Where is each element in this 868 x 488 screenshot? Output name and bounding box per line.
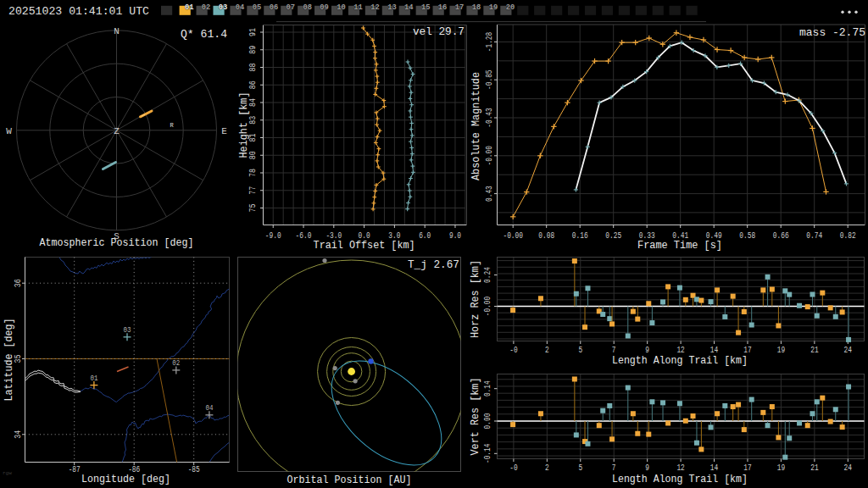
svg-text:0.43: 0.43 bbox=[484, 186, 494, 202]
svg-text:75: 75 bbox=[248, 204, 258, 213]
svg-text:-0.14: -0.14 bbox=[482, 443, 492, 463]
svg-text:10: 10 bbox=[337, 3, 346, 12]
svg-text:34: 34 bbox=[13, 430, 23, 438]
svg-text:Length Along Trail [km]: Length Along Trail [km] bbox=[612, 474, 748, 485]
svg-text:0.58: 0.58 bbox=[739, 230, 755, 241]
svg-text:Atmospheric Position [deg]: Atmospheric Position [deg] bbox=[40, 237, 194, 249]
svg-text:Vert Res [km]: Vert Res [km] bbox=[470, 378, 481, 456]
svg-text:Absolute Magnitude: Absolute Magnitude bbox=[470, 72, 482, 180]
svg-text:04: 04 bbox=[205, 404, 213, 413]
svg-text:E: E bbox=[221, 126, 227, 136]
svg-text:0.25: 0.25 bbox=[605, 230, 621, 241]
svg-text:-6.0: -6.0 bbox=[296, 230, 312, 241]
svg-text:36: 36 bbox=[13, 279, 23, 287]
svg-text:08: 08 bbox=[303, 3, 312, 12]
svg-text:-85: -85 bbox=[188, 464, 200, 474]
svg-text:Orbital Position [AU]: Orbital Position [AU] bbox=[287, 474, 412, 486]
svg-text:0.24: 0.24 bbox=[482, 267, 492, 283]
svg-text:Height [km]: Height [km] bbox=[238, 92, 250, 158]
svg-text:12: 12 bbox=[370, 3, 380, 12]
svg-text:0.00: 0.00 bbox=[482, 413, 492, 430]
svg-text:Q* 61.4: Q* 61.4 bbox=[181, 28, 227, 41]
svg-text:9.0: 9.0 bbox=[449, 230, 461, 241]
svg-text:W: W bbox=[6, 126, 12, 136]
svg-text:17: 17 bbox=[455, 3, 465, 12]
svg-text:Length Along Trail [km]: Length Along Trail [km] bbox=[612, 355, 748, 367]
svg-text:12: 12 bbox=[676, 463, 684, 473]
svg-text:0.74: 0.74 bbox=[806, 230, 822, 241]
svg-text:19: 19 bbox=[489, 3, 498, 12]
svg-text:07: 07 bbox=[287, 3, 296, 12]
svg-text:Horz Res [km]: Horz Res [km] bbox=[470, 260, 481, 338]
svg-text:Frame Time [s]: Frame Time [s] bbox=[637, 240, 722, 252]
svg-text:9: 9 bbox=[645, 345, 649, 355]
svg-text:0.16: 0.16 bbox=[572, 230, 588, 241]
svg-text:01: 01 bbox=[185, 3, 194, 12]
svg-text:01: 01 bbox=[90, 374, 97, 383]
svg-text:24: 24 bbox=[844, 463, 853, 473]
svg-text:5: 5 bbox=[578, 463, 582, 473]
svg-text:14: 14 bbox=[710, 345, 719, 355]
svg-text:-0.00: -0.00 bbox=[482, 297, 492, 317]
svg-text:89: 89 bbox=[248, 46, 258, 54]
svg-text:06: 06 bbox=[270, 3, 279, 12]
svg-text:78: 78 bbox=[248, 169, 258, 177]
svg-text:0.08: 0.08 bbox=[538, 230, 554, 241]
svg-text:-0.85: -0.85 bbox=[484, 69, 494, 90]
svg-text:-0.00: -0.00 bbox=[484, 146, 494, 166]
svg-text:-1.28: -1.28 bbox=[484, 32, 494, 53]
svg-text:9: 9 bbox=[645, 463, 649, 473]
svg-text:N: N bbox=[114, 26, 120, 36]
svg-text:7: 7 bbox=[612, 463, 616, 473]
svg-text:19: 19 bbox=[777, 463, 785, 473]
svg-text:21: 21 bbox=[810, 463, 819, 473]
svg-text:86: 86 bbox=[248, 80, 258, 89]
svg-text:-0.43: -0.43 bbox=[484, 108, 494, 128]
svg-text:19: 19 bbox=[777, 345, 785, 355]
svg-text:5: 5 bbox=[578, 345, 582, 355]
svg-text:09: 09 bbox=[320, 3, 329, 12]
svg-text:14: 14 bbox=[710, 463, 719, 473]
svg-text:vel 29.7: vel 29.7 bbox=[413, 25, 465, 38]
svg-text:0.82: 0.82 bbox=[840, 230, 856, 241]
svg-text:Z: Z bbox=[114, 126, 120, 136]
svg-text:24: 24 bbox=[844, 345, 853, 355]
svg-text:13: 13 bbox=[387, 3, 397, 12]
svg-text:Trail Offset [km]: Trail Offset [km] bbox=[314, 240, 415, 252]
svg-text:17: 17 bbox=[743, 463, 751, 473]
svg-text:05: 05 bbox=[253, 3, 262, 12]
svg-text:17: 17 bbox=[743, 345, 751, 355]
svg-text:mass -2.75: mass -2.75 bbox=[799, 26, 865, 39]
svg-text:2: 2 bbox=[545, 463, 549, 473]
svg-text:91: 91 bbox=[248, 28, 258, 36]
svg-text:02: 02 bbox=[202, 3, 211, 12]
svg-text:-87: -87 bbox=[69, 464, 81, 474]
svg-text:2: 2 bbox=[545, 345, 549, 355]
svg-text:-0.00: -0.00 bbox=[503, 230, 523, 241]
svg-text:-0: -0 bbox=[509, 463, 517, 473]
svg-text:7: 7 bbox=[612, 345, 616, 355]
svg-text:20: 20 bbox=[506, 3, 515, 12]
svg-text:88: 88 bbox=[248, 64, 258, 72]
svg-text:rgw: rgw bbox=[3, 470, 12, 476]
svg-text:12: 12 bbox=[676, 345, 684, 355]
svg-text:T_j 2.67: T_j 2.67 bbox=[408, 258, 459, 271]
svg-text:15: 15 bbox=[421, 3, 431, 12]
svg-text:02: 02 bbox=[172, 359, 180, 368]
svg-text:Latitude [deg]: Latitude [deg] bbox=[3, 319, 15, 402]
svg-text:0.14: 0.14 bbox=[482, 380, 492, 396]
svg-text:20251023 01:41:01 UTC: 20251023 01:41:01 UTC bbox=[8, 5, 149, 18]
svg-text:11: 11 bbox=[353, 3, 363, 12]
svg-text:18: 18 bbox=[472, 3, 481, 12]
svg-text:03: 03 bbox=[124, 326, 131, 335]
svg-text:-9.0: -9.0 bbox=[265, 230, 281, 241]
svg-text:77: 77 bbox=[248, 186, 258, 195]
svg-text:21: 21 bbox=[810, 345, 819, 355]
svg-text:04: 04 bbox=[236, 3, 245, 12]
svg-text:Longitude [deg]: Longitude [deg] bbox=[81, 474, 170, 485]
svg-text:03: 03 bbox=[219, 3, 228, 12]
svg-text:0.66: 0.66 bbox=[773, 230, 789, 241]
svg-text:14: 14 bbox=[404, 3, 414, 12]
svg-text:6.0: 6.0 bbox=[419, 230, 431, 241]
svg-text:16: 16 bbox=[438, 3, 448, 12]
